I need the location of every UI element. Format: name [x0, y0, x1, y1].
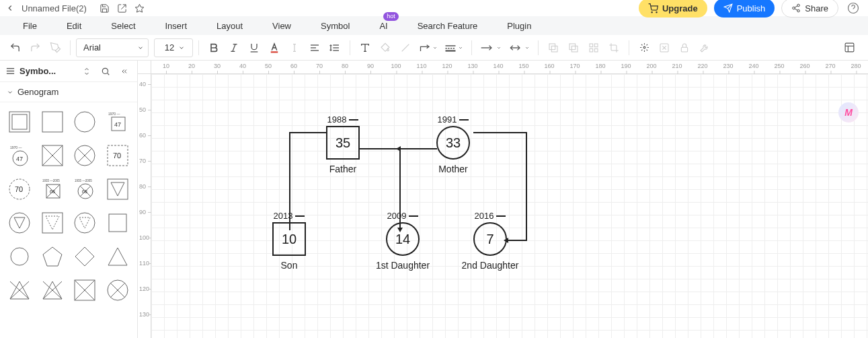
bring-front-button[interactable]: [544, 38, 563, 57]
group-button[interactable]: [584, 38, 603, 57]
shape-dashed-triangle-square[interactable]: [40, 210, 65, 236]
node-son-box[interactable]: 10: [272, 222, 306, 256]
menu-symbol[interactable]: Symbol: [306, 16, 364, 35]
beautify-button[interactable]: [635, 38, 654, 57]
category-header-genogram[interactable]: Genogram: [0, 82, 137, 102]
shape-year-circle-47[interactable]: 1970 —47: [7, 143, 32, 168]
node-mother-box[interactable]: 33: [436, 126, 470, 160]
crop-button[interactable]: [604, 38, 623, 57]
svg-marker-86: [46, 216, 59, 230]
undo-button[interactable]: [5, 38, 24, 57]
menu-edit[interactable]: Edit: [52, 16, 96, 35]
shape-year-square-47[interactable]: 1970 —47: [105, 109, 130, 135]
shape-triangle-x2[interactable]: [40, 277, 65, 303]
svg-rect-30: [549, 44, 555, 50]
node-d2[interactable]: 2016 7 2nd Daughter: [460, 211, 520, 271]
menu-select[interactable]: Select: [96, 16, 150, 35]
svg-marker-0: [136, 4, 145, 12]
menu-ai[interactable]: AI hot: [364, 16, 402, 35]
ai-assistant-badge[interactable]: M: [838, 102, 859, 123]
shape-square-x2[interactable]: [72, 277, 97, 303]
menu-layout[interactable]: Layout: [202, 16, 258, 35]
redo-button[interactable]: [26, 38, 44, 57]
node-d2-box[interactable]: 7: [473, 222, 507, 256]
node-d1-box[interactable]: 14: [386, 222, 420, 256]
svg-point-6: [793, 7, 795, 9]
search-icon[interactable]: [98, 64, 113, 79]
node-d1[interactable]: 2009 14 1st Daughter: [375, 211, 430, 271]
back-button[interactable]: [3, 1, 17, 15]
connector-d2-h[interactable]: [473, 132, 527, 133]
shape-circle[interactable]: [72, 109, 97, 135]
expand-icon[interactable]: [79, 64, 94, 79]
node-mother-label: Mother: [436, 164, 470, 174]
export-icon[interactable]: [114, 1, 131, 15]
tools-button[interactable]: [695, 38, 714, 57]
font-color-button[interactable]: [265, 38, 284, 57]
shape-diamond[interactable]: [72, 244, 97, 269]
lock-button[interactable]: [675, 38, 694, 57]
shape-triangle-x[interactable]: [7, 277, 32, 303]
canvas[interactable]: 1988 35 Father 1991 33 Mother 2013 10 So…: [151, 74, 868, 338]
text-tool-button[interactable]: [356, 38, 374, 57]
svg-text:1970 —: 1970 —: [10, 145, 22, 149]
italic-button[interactable]: [225, 38, 243, 57]
shape-double-square[interactable]: [7, 109, 32, 135]
page-layout-button[interactable]: [840, 38, 859, 57]
shape-circle-x[interactable]: [72, 143, 97, 168]
shape-square[interactable]: [40, 109, 65, 135]
menu-insert[interactable]: Insert: [151, 16, 202, 35]
send-back-button[interactable]: [564, 38, 583, 57]
menu-view[interactable]: View: [258, 16, 306, 35]
shape-square-x[interactable]: [40, 143, 65, 168]
line-color-button[interactable]: [396, 38, 415, 57]
node-son[interactable]: 2013 10 Son: [272, 211, 306, 271]
arrow-end-button[interactable]: [477, 38, 504, 57]
publish-button[interactable]: Publish: [714, 0, 775, 18]
shape-pentagon[interactable]: [40, 244, 65, 269]
connector-style-button[interactable]: [416, 38, 440, 57]
star-icon[interactable]: [131, 1, 149, 15]
underline-button[interactable]: [245, 38, 264, 57]
share-button[interactable]: Share: [781, 0, 838, 18]
shape-triangle[interactable]: [105, 244, 130, 269]
menu-search-feature[interactable]: Search Feature: [403, 16, 493, 35]
spacing-button[interactable]: [325, 38, 344, 57]
shape-dashed-square-70[interactable]: 70: [105, 143, 130, 168]
shape-dashed-circle-70[interactable]: 70: [7, 176, 32, 202]
shape-circle-triangle-down[interactable]: [7, 210, 32, 236]
help-icon[interactable]: [845, 0, 861, 16]
menu-plugin[interactable]: Plugin: [492, 16, 546, 35]
collapse-icon[interactable]: [117, 64, 132, 79]
format-painter-button[interactable]: [46, 38, 65, 57]
shape-deceased-square[interactable]: 1935 —200568: [40, 176, 65, 202]
text-vertical-button[interactable]: [285, 38, 304, 57]
connector-d2-v[interactable]: [526, 132, 527, 240]
shape-square-only[interactable]: [105, 210, 130, 236]
shape-circle-x2[interactable]: [105, 277, 130, 303]
align-button[interactable]: [305, 38, 324, 57]
publish-label: Publish: [737, 3, 766, 13]
shape-circle-only[interactable]: [7, 244, 32, 269]
menu-file[interactable]: File: [8, 16, 52, 35]
fill-color-button[interactable]: [376, 38, 395, 57]
svg-point-87: [75, 213, 95, 233]
svg-rect-37: [594, 48, 598, 52]
font-family-select[interactable]: Arial: [76, 38, 149, 57]
shape-dashed-triangle-circle[interactable]: [72, 210, 97, 236]
shape-triangle-down[interactable]: [105, 176, 130, 202]
font-size-select[interactable]: 12: [154, 38, 193, 57]
bold-button[interactable]: [204, 38, 223, 57]
upgrade-button[interactable]: Upgrade: [639, 0, 707, 18]
shape-deceased-circle[interactable]: 1935 —200568: [72, 176, 97, 202]
line-style-button[interactable]: [442, 38, 466, 57]
node-father-box[interactable]: 35: [326, 126, 360, 160]
connector-son-h[interactable]: [289, 132, 327, 133]
delete-button[interactable]: [655, 38, 674, 57]
node-father[interactable]: 1988 35 Father: [326, 114, 360, 174]
save-icon[interactable]: [96, 1, 114, 15]
arrow-both-button[interactable]: [506, 38, 532, 57]
svg-point-7: [797, 9, 800, 11]
node-father-year: 1988: [327, 114, 347, 125]
node-mother[interactable]: 1991 33 Mother: [436, 114, 470, 174]
